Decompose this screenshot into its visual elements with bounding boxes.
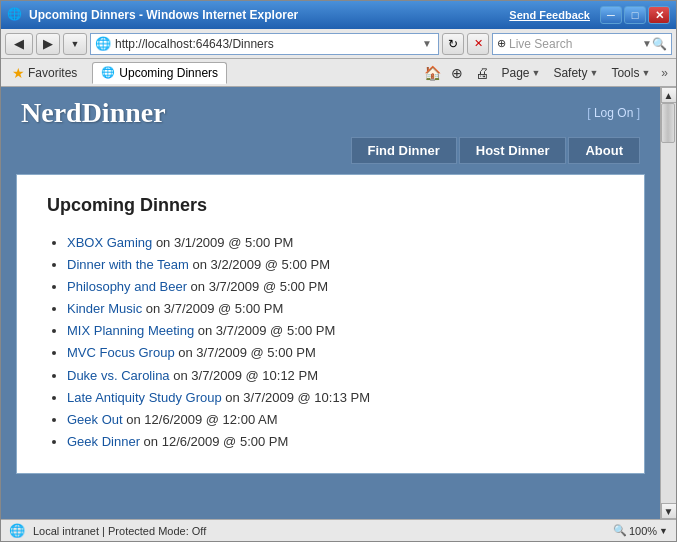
list-item: Geek Out on 12/6/2009 @ 12:00 AM (67, 409, 614, 431)
tools-button[interactable]: Tools ▼ (605, 62, 656, 84)
feedback-button[interactable]: Send Feedback (509, 9, 590, 21)
page-caret: ▼ (532, 68, 541, 78)
list-item: Kinder Music on 3/7/2009 @ 5:00 PM (67, 298, 614, 320)
search-go-button[interactable]: 🔍 (652, 37, 667, 51)
content-area: NerdDinner [ Log On ] Find Dinner Host D… (1, 87, 676, 519)
window-title: Upcoming Dinners - Windows Internet Expl… (29, 8, 509, 22)
safety-label: Safety (553, 66, 587, 80)
search-dropdown-arrow[interactable]: ▼ (642, 38, 652, 49)
tab-area: 🌐 Upcoming Dinners (92, 62, 418, 84)
dinner-date: on 3/7/2009 @ 5:00 PM (194, 323, 335, 338)
window-controls: ─ □ ✕ (600, 6, 670, 24)
rss-button[interactable]: ⊕ (445, 62, 469, 84)
nd-content: Upcoming Dinners XBOX Gaming on 3/1/2009… (16, 174, 645, 474)
list-item: XBOX Gaming on 3/1/2009 @ 5:00 PM (67, 232, 614, 254)
scroll-up-button[interactable]: ▲ (661, 87, 677, 103)
zoom-button[interactable]: 🔍 100% ▼ (613, 524, 668, 537)
tab-label: Upcoming Dinners (119, 66, 218, 80)
host-dinner-button[interactable]: Host Dinner (459, 137, 567, 164)
maximize-button[interactable]: □ (624, 6, 646, 24)
nd-header: NerdDinner [ Log On ] (1, 87, 660, 129)
dinner-link[interactable]: Geek Dinner (67, 434, 140, 449)
search-placeholder: Live Search (509, 37, 642, 51)
tools-caret: ▼ (641, 68, 650, 78)
page-icon: 🌐 (95, 36, 111, 52)
home-button[interactable]: 🏠 (420, 62, 444, 84)
favorites-label: Favorites (28, 66, 77, 80)
tools-label: Tools (611, 66, 639, 80)
list-item: Geek Dinner on 12/6/2009 @ 5:00 PM (67, 431, 614, 453)
dinner-link[interactable]: Geek Out (67, 412, 123, 427)
dinner-date: on 12/6/2009 @ 12:00 AM (123, 412, 278, 427)
back-button[interactable]: ◀ (5, 33, 33, 55)
live-search-logo: ⊕ (497, 37, 506, 50)
log-on-link[interactable]: Log On (594, 106, 633, 120)
dropdown-button[interactable]: ▼ (63, 33, 87, 55)
dinner-date: on 3/7/2009 @ 5:00 PM (187, 279, 328, 294)
dinner-date: on 3/7/2009 @ 5:00 PM (175, 345, 316, 360)
section-title: Upcoming Dinners (47, 195, 614, 216)
list-item: Late Antiquity Study Group on 3/7/2009 @… (67, 387, 614, 409)
toolbar: ★ Favorites 🌐 Upcoming Dinners 🏠 ⊕ 🖨 Pag… (1, 59, 676, 87)
scroll-track[interactable] (661, 103, 676, 503)
dinner-date: on 12/6/2009 @ 5:00 PM (140, 434, 288, 449)
tab-icon: 🌐 (101, 66, 115, 79)
stop-button[interactable]: ✕ (467, 33, 489, 55)
scrollbar[interactable]: ▲ ▼ (660, 87, 676, 519)
dinner-link[interactable]: Duke vs. Carolina (67, 368, 170, 383)
scroll-thumb[interactable] (661, 103, 675, 143)
dinner-link[interactable]: Kinder Music (67, 301, 142, 316)
toolbar-icons: 🏠 ⊕ 🖨 Page ▼ Safety ▼ Tools ▼ » (420, 62, 672, 84)
dinner-link[interactable]: Dinner with the Team (67, 257, 189, 272)
dinner-link[interactable]: Philosophy and Beer (67, 279, 187, 294)
dinner-link[interactable]: Late Antiquity Study Group (67, 390, 222, 405)
list-item: MVC Focus Group on 3/7/2009 @ 5:00 PM (67, 342, 614, 364)
site-title: NerdDinner (21, 97, 166, 129)
dinner-date: on 3/7/2009 @ 10:12 PM (170, 368, 318, 383)
safety-button[interactable]: Safety ▼ (547, 62, 604, 84)
page-button[interactable]: Page ▼ (495, 62, 546, 84)
safety-caret: ▼ (589, 68, 598, 78)
login-bracket-close: ] (637, 106, 640, 120)
more-tools-button[interactable]: » (657, 64, 672, 82)
browser-window: 🌐 Upcoming Dinners - Windows Internet Ex… (0, 0, 677, 542)
page-label: Page (501, 66, 529, 80)
status-bar: 🌐 Local intranet | Protected Mode: Off 🔍… (1, 519, 676, 541)
browser-icon: 🌐 (7, 7, 23, 23)
about-button[interactable]: About (568, 137, 640, 164)
dinner-link[interactable]: MIX Planning Meeting (67, 323, 194, 338)
forward-button[interactable]: ▶ (36, 33, 60, 55)
dinner-link[interactable]: XBOX Gaming (67, 235, 152, 250)
dinner-link[interactable]: MVC Focus Group (67, 345, 175, 360)
nd-nav: Find Dinner Host Dinner About (1, 129, 660, 164)
zoom-level: 100% (629, 525, 657, 537)
page-area: NerdDinner [ Log On ] Find Dinner Host D… (1, 87, 660, 519)
login-area: [ Log On ] (587, 106, 640, 120)
list-item: MIX Planning Meeting on 3/7/2009 @ 5:00 … (67, 320, 614, 342)
list-item: Dinner with the Team on 3/2/2009 @ 5:00 … (67, 254, 614, 276)
address-dropdown-arrow[interactable]: ▼ (420, 38, 434, 49)
dinners-list: XBOX Gaming on 3/1/2009 @ 5:00 PMDinner … (47, 232, 614, 453)
search-box[interactable]: ⊕ Live Search ▼ 🔍 (492, 33, 672, 55)
dinner-date: on 3/7/2009 @ 5:00 PM (142, 301, 283, 316)
print-button[interactable]: 🖨 (470, 62, 494, 84)
refresh-button[interactable]: ↻ (442, 33, 464, 55)
list-item: Duke vs. Carolina on 3/7/2009 @ 10:12 PM (67, 365, 614, 387)
active-tab[interactable]: 🌐 Upcoming Dinners (92, 62, 227, 84)
dinner-date: on 3/7/2009 @ 10:13 PM (222, 390, 370, 405)
star-icon: ★ (12, 65, 25, 81)
title-bar: 🌐 Upcoming Dinners - Windows Internet Ex… (1, 1, 676, 29)
nd-content-wrapper: Upcoming Dinners XBOX Gaming on 3/1/2009… (1, 164, 660, 494)
minimize-button[interactable]: ─ (600, 6, 622, 24)
status-right: 🔍 100% ▼ (613, 524, 668, 537)
address-bar: ◀ ▶ ▼ 🌐 http://localhost:64643/Dinners ▼… (1, 29, 676, 59)
zoom-caret[interactable]: ▼ (659, 526, 668, 536)
dinner-date: on 3/1/2009 @ 5:00 PM (152, 235, 293, 250)
scroll-down-button[interactable]: ▼ (661, 503, 677, 519)
intranet-icon: 🌐 (9, 523, 25, 538)
close-button[interactable]: ✕ (648, 6, 670, 24)
nd-page: NerdDinner [ Log On ] Find Dinner Host D… (1, 87, 660, 519)
address-box[interactable]: 🌐 http://localhost:64643/Dinners ▼ (90, 33, 439, 55)
find-dinner-button[interactable]: Find Dinner (351, 137, 457, 164)
favorites-button[interactable]: ★ Favorites (5, 62, 84, 84)
